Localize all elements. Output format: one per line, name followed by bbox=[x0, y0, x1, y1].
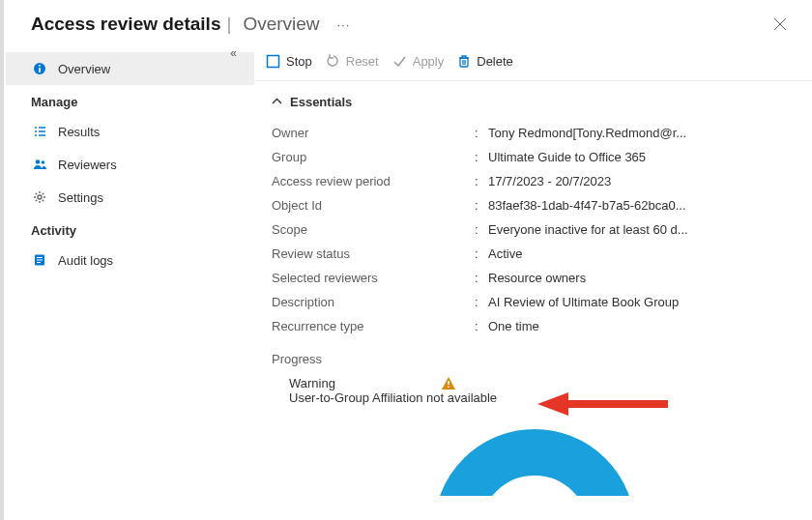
sidebar-item-label: Results bbox=[58, 125, 100, 139]
warning-label: Warning bbox=[289, 376, 335, 390]
field-label: Object Id bbox=[272, 198, 475, 213]
left-gutter bbox=[0, 0, 4, 520]
field-value: 83faef38-1dab-4f47-b7a5-62bca0... bbox=[488, 198, 686, 213]
field-colon: : bbox=[475, 198, 488, 213]
close-button[interactable] bbox=[768, 12, 793, 37]
reset-icon bbox=[326, 54, 340, 69]
svg-rect-9 bbox=[37, 262, 41, 263]
content-area: Essentials Owner : Tony Redmond[Tony.Red… bbox=[254, 81, 812, 520]
field-colon: : bbox=[475, 246, 488, 261]
gear-icon bbox=[31, 190, 48, 204]
toolbar-label: Apply bbox=[413, 54, 445, 69]
svg-rect-10 bbox=[268, 56, 279, 68]
field-value: Active bbox=[488, 246, 522, 261]
essentials-row-recurrence: Recurrence type : One time bbox=[272, 314, 797, 338]
stop-button[interactable]: Stop bbox=[266, 54, 312, 69]
field-label: Recurrence type bbox=[272, 319, 475, 333]
essentials-row-description: Description : AI Review of Ultimate Book… bbox=[272, 290, 797, 314]
svg-rect-8 bbox=[37, 260, 43, 261]
sidebar-item-audit-logs[interactable]: Audit logs bbox=[6, 244, 254, 276]
trash-icon bbox=[457, 54, 471, 69]
progress-warning: Warning User-to-Group Affiliation not av… bbox=[289, 376, 797, 405]
essentials-toggle[interactable]: Essentials bbox=[272, 93, 797, 115]
essentials-row-object-id: Object Id : 83faef38-1dab-4f47-b7a5-62bc… bbox=[272, 193, 797, 217]
toolbar-label: Delete bbox=[477, 54, 513, 69]
sidebar-item-reviewers[interactable]: Reviewers bbox=[6, 148, 254, 181]
progress-heading: Progress bbox=[272, 352, 797, 366]
essentials-row-status: Review status : Active bbox=[272, 242, 797, 266]
field-label: Selected reviewers bbox=[272, 271, 475, 285]
stop-icon bbox=[266, 54, 280, 69]
field-label: Owner bbox=[272, 126, 475, 140]
svg-point-14 bbox=[457, 452, 612, 496]
title-separator: | bbox=[226, 14, 231, 35]
sidebar-item-settings[interactable]: Settings bbox=[6, 181, 254, 214]
apply-button[interactable]: Apply bbox=[392, 54, 445, 69]
field-colon: : bbox=[475, 150, 488, 164]
field-colon: : bbox=[475, 174, 488, 188]
info-icon bbox=[31, 62, 48, 75]
field-label: Review status bbox=[272, 246, 475, 261]
field-colon: : bbox=[475, 271, 488, 285]
page-title: Access review details bbox=[31, 14, 220, 35]
svg-rect-1 bbox=[39, 68, 41, 72]
reset-button[interactable]: Reset bbox=[326, 54, 379, 69]
sidebar-item-label: Audit logs bbox=[58, 253, 113, 268]
field-label: Description bbox=[272, 295, 475, 309]
svg-point-4 bbox=[41, 160, 44, 164]
field-value: 17/7/2023 - 20/7/2023 bbox=[488, 174, 611, 188]
essentials-row-group: Group : Ultimate Guide to Office 365 bbox=[272, 145, 797, 169]
svg-rect-7 bbox=[37, 257, 43, 258]
essentials-row-period: Access review period : 17/7/2023 - 20/7/… bbox=[272, 169, 797, 193]
sidebar-item-overview[interactable]: Overview bbox=[6, 52, 254, 85]
field-colon: : bbox=[475, 295, 488, 309]
field-value: AI Review of Ultimate Book Group bbox=[488, 295, 679, 309]
log-icon bbox=[31, 253, 48, 267]
delete-button[interactable]: Delete bbox=[457, 54, 513, 69]
close-icon bbox=[773, 17, 787, 31]
svg-rect-11 bbox=[460, 58, 468, 67]
field-colon: : bbox=[475, 222, 488, 237]
sidebar-heading-manage: Manage bbox=[6, 85, 254, 115]
page-header: Access review details | Overview ··· bbox=[6, 0, 812, 43]
field-value: Resource owners bbox=[488, 271, 586, 285]
collapse-sidebar-button[interactable]: « bbox=[230, 46, 237, 60]
field-value: Ultimate Guide to Office 365 bbox=[488, 150, 646, 164]
warning-text: User-to-Group Affiliation not available bbox=[289, 390, 797, 405]
warning-icon bbox=[442, 377, 455, 390]
sidebar-item-label: Settings bbox=[58, 190, 103, 205]
essentials-row-reviewers: Selected reviewers : Resource owners bbox=[272, 266, 797, 290]
toolbar-label: Stop bbox=[286, 54, 312, 69]
field-label: Scope bbox=[272, 222, 475, 237]
essentials-row-scope: Scope : Everyone inactive for at least 6… bbox=[272, 217, 797, 242]
sidebar-item-label: Reviewers bbox=[58, 158, 117, 172]
essentials-table: Owner : Tony Redmond[Tony.Redmond@r... G… bbox=[272, 121, 797, 338]
svg-rect-2 bbox=[39, 65, 41, 67]
essentials-row-owner: Owner : Tony Redmond[Tony.Redmond@r... bbox=[272, 121, 797, 145]
main-panel: Stop Reset Apply bbox=[254, 43, 812, 520]
people-icon bbox=[31, 158, 48, 171]
sidebar-heading-activity: Activity bbox=[6, 214, 254, 244]
more-button[interactable]: ··· bbox=[337, 17, 351, 32]
field-value: Everyone inactive for at least 60 d... bbox=[488, 222, 688, 237]
toolbar-label: Reset bbox=[346, 54, 379, 69]
page-subtitle: Overview bbox=[243, 14, 319, 35]
command-bar: Stop Reset Apply bbox=[254, 43, 812, 81]
field-label: Group bbox=[272, 150, 475, 164]
chevron-up-icon bbox=[272, 97, 282, 107]
field-colon: : bbox=[475, 126, 488, 140]
progress-donut-chart bbox=[433, 428, 636, 496]
field-label: Access review period bbox=[272, 174, 475, 188]
checklist-icon bbox=[31, 125, 48, 138]
svg-rect-12 bbox=[448, 381, 450, 385]
svg-rect-13 bbox=[448, 386, 450, 388]
check-icon bbox=[392, 54, 407, 69]
field-value: Tony Redmond[Tony.Redmond@r... bbox=[488, 126, 686, 140]
field-colon: : bbox=[475, 319, 488, 333]
sidebar-item-results[interactable]: Results bbox=[6, 115, 254, 148]
field-value: One time bbox=[488, 319, 539, 333]
sidebar: « Overview Manage Results Reviewers bbox=[6, 43, 254, 520]
svg-point-5 bbox=[38, 195, 42, 199]
svg-point-3 bbox=[35, 159, 40, 164]
essentials-heading: Essentials bbox=[290, 95, 352, 109]
